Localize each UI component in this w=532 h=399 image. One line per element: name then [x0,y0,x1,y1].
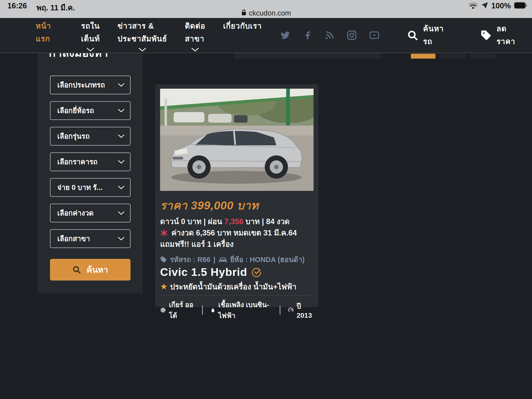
nav-search-cars[interactable]: ค้นหารถ [407,22,451,48]
twitter-icon[interactable] [280,30,291,40]
tag-icon [160,256,167,263]
filter-label: เลือกสาขา [57,233,90,244]
nav-sale-label: ลดราคา [497,22,524,48]
sidebar-search-button[interactable]: ค้นหา [50,259,131,281]
nav-item-news[interactable]: ข่าวสาร & ประชาสัมพันธ์ [117,20,167,52]
promo-line: ค่างวด 6,356 บาท หมดเขต 31 มี.ค.64 [160,228,314,238]
toolbar-button[interactable] [440,54,465,59]
code-brand-line: รหัสรถ : R66 | ยี่ห้อ : HONDA (ฮอนด้า) [160,255,314,264]
social-links [280,30,380,40]
spec-gearbox: เกียร์ ออโต้ [160,299,195,321]
filter-label: เลือกประเภทรถ [57,79,105,91]
chevron-down-icon [191,47,199,52]
filter-brand-select[interactable]: เลือกยี่ห้อรถ [50,101,131,120]
highlight-line: ★ประหยัดน้ำมันด้วยเครื่อง น้ำมัน+ไฟฟ้า [160,281,314,292]
spec-separator [280,305,280,315]
spec-label: เกียร์ ออโต้ [169,299,195,321]
chevron-down-icon [118,83,125,87]
nav-cars-label: รถในเต็นท์ [81,20,100,45]
nav-news-label: ข่าวสาร & ประชาสัมพันธ์ [117,20,167,45]
speedometer-icon [288,306,294,314]
check-circle-icon [251,267,262,277]
rss-icon[interactable] [325,30,334,40]
nav-item-home[interactable]: หน้าแรก [36,20,63,45]
lock-icon [241,9,247,17]
toolbar-button[interactable] [470,54,495,59]
spec-year: ปี 2013 [288,301,314,319]
gift-line: แถมฟรี!! แอร์ 1 เครื่อง [160,239,314,249]
filter-price-select[interactable]: เลือกราคารถ [50,152,131,171]
youtube-icon[interactable] [369,30,380,40]
filter-label: จ่าย 0 บาท รั... [57,182,103,193]
chevron-down-icon [118,109,125,113]
chevron-down-icon [118,160,125,164]
car-code: รหัสรถ : R66 [170,255,211,264]
listing-price: ราคา 399,000 บาท [160,198,314,213]
nav-item-about-us[interactable]: เกี่ยวกับเรา [223,20,262,33]
spec-separator [202,305,203,315]
fuel-drop-icon [210,306,216,314]
nav-item-cars-in-stock[interactable]: รถในเต็นท์ [81,20,100,52]
site-navbar: หน้าแรก รถในเต็นท์ ข่าวสาร & ประชาสัมพัน… [0,18,532,53]
toolbar-active-button[interactable] [411,54,435,59]
filter-zero-down-select[interactable]: จ่าย 0 บาท รั... [50,178,131,197]
chevron-down-icon [118,134,125,138]
filter-model-select[interactable]: เลือกรุ่นรถ [50,127,131,146]
chevron-down-icon [138,47,147,52]
car-brand: ยี่ห้อ : HONDA (ฮอนด้า) [230,255,305,264]
nav-sale-price[interactable]: ลดราคา [480,22,524,48]
nav-contact-label: ติดต่อสาขา [185,20,205,45]
separator: | [214,255,216,264]
filter-branch-select[interactable]: เลือกสาขา [50,229,131,248]
nav-about-label: เกี่ยวกับเรา [223,20,262,33]
finance-prefix: ดาวน์ 0 บาท | ผ่อน [160,217,224,226]
safari-ipad-screen: 16:26 พฤ. 11 มี.ค. 100% ckcudon.com หน้า… [0,0,532,399]
sidebar-search-label: ค้นหา [86,263,108,276]
sidebar-heading: กำลังมองหา [49,53,143,60]
spec-fuel: เชื้อเพลิง เบนซิน-ไฟฟ้า [210,299,272,321]
filter-label: เลือกราคารถ [57,156,98,167]
finance-suffix: บาท | 84 งวด [243,217,290,226]
site-url: ckcudon.com [249,9,291,17]
car-icon [218,256,227,263]
filter-label: เลือกค่างวด [57,207,94,219]
car-title[interactable]: Civic 1.5 Hybrid [160,266,247,279]
card-divider [160,295,314,296]
nav-home-label: หน้าแรก [36,20,63,45]
nav-search-label: ค้นหารถ [423,22,451,48]
search-icon [72,265,81,274]
star-icon: ★ [160,282,167,291]
spec-row: เกียร์ ออโต้ เชื้อเพลิง เบนซิน-ไฟฟ้า ปี … [160,299,314,321]
chevron-down-icon [118,185,125,189]
search-icon [407,30,418,41]
filter-car-type-select[interactable]: เลือกประเภทรถ [50,76,131,94]
spec-label: เชื้อเพลิง เบนซิน-ไฟฟ้า [218,299,272,321]
spec-label: ปี 2013 [297,301,314,319]
address-bar[interactable]: ckcudon.com [0,9,532,17]
finance-amount: 7,356 [224,217,244,226]
finance-line: ดาวน์ 0 บาท | ผ่อน 7,356 บาท | 84 งวด [160,216,314,227]
filter-installment-select[interactable]: เลือกค่างวด [50,204,131,222]
nav-item-contact-branch[interactable]: ติดต่อสาขา [185,20,205,52]
results-search-input[interactable] [234,53,381,59]
filter-sidebar: กำลังมองหา เลือกประเภทรถ เลือกยี่ห้อรถ เ… [37,53,143,293]
highlight-text: ประหยัดน้ำมันด้วยเครื่อง น้ำมัน+ไฟฟ้า [170,283,296,291]
promo-text: ค่างวด 6,356 บาท หมดเขต 31 มี.ค.64 [171,228,297,238]
chevron-down-icon [118,211,125,215]
chevron-down-icon [118,237,125,241]
chevron-down-icon [86,47,95,52]
filter-label: เลือกรุ่นรถ [57,131,90,142]
filter-label: เลือกยี่ห้อรถ [57,105,94,116]
gear-icon [160,306,166,314]
car-listing-card[interactable]: ราคา 399,000 บาท ดาวน์ 0 บาท | ผ่อน 7,35… [155,84,318,307]
car-photo [160,89,314,191]
price-tag-icon [480,30,492,41]
facebook-icon[interactable] [303,30,312,40]
instagram-icon[interactable] [347,30,357,40]
asterisk-icon [160,229,168,237]
ios-status-bar: 16:26 พฤ. 11 มี.ค. 100% ckcudon.com [0,0,532,18]
